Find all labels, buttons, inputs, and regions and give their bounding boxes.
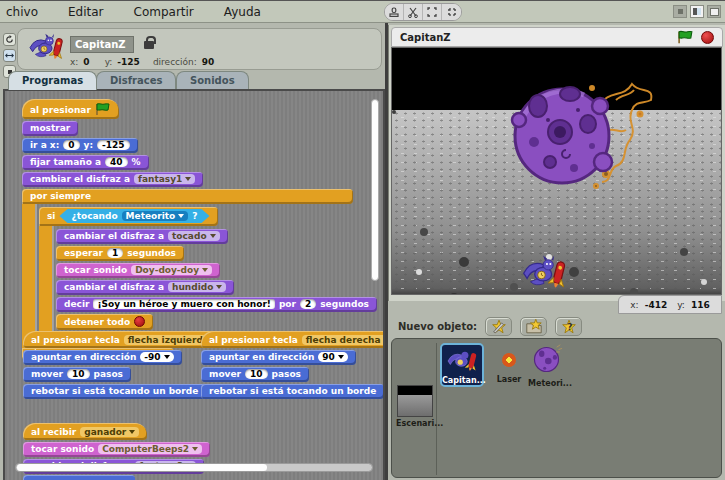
block-mover-pasos[interactable]: mover10 pasos [23, 367, 131, 382]
say-text-value[interactable]: ¡Soy un héroe y muero con honor! [93, 299, 275, 309]
new-sprite-label: Nuevo objeto: [398, 321, 477, 332]
menu-item-editar[interactable]: Editar [64, 3, 108, 21]
sound-dropdown[interactable]: ComputerBeeps2 [98, 444, 202, 454]
stamp-icon [388, 6, 400, 18]
tab-disfraces[interactable]: Disfraces [96, 71, 176, 90]
meteorito-sprite[interactable] [504, 70, 659, 200]
block-rebotar-borde[interactable]: rebotar si está tocando un borde [23, 384, 206, 399]
question-star-icon: ? [560, 319, 578, 334]
steps-value[interactable]: 10 [245, 369, 268, 379]
block-tocando-condition[interactable]: ¿tocando Meteorito ? [59, 209, 209, 223]
dropdown-arrow-icon [178, 214, 184, 218]
costume-dropdown[interactable]: hundido [168, 282, 226, 292]
y-value[interactable]: -125 [97, 140, 130, 150]
grow-arrows-icon [426, 6, 438, 18]
horizontal-scrollbar[interactable] [15, 463, 373, 472]
sprite-tile-meteorito[interactable]: Meteori... [528, 343, 568, 388]
block-esperar[interactable]: esperar1 segundos [56, 246, 184, 261]
dropdown-arrow-icon [192, 447, 198, 451]
duplicate-stamp-button[interactable] [385, 3, 404, 21]
delete-scissors-button[interactable] [404, 3, 423, 21]
block-detener-todo[interactable]: detener todo [56, 314, 153, 330]
stop-button[interactable] [701, 31, 714, 44]
sprite-tile-laser[interactable]: Laser [492, 345, 526, 384]
dropdown-arrow-icon [129, 430, 135, 434]
current-sprite-thumbnail [26, 31, 66, 71]
presentation-mode-button[interactable] [707, 5, 721, 18]
stop-all-icon [134, 316, 145, 327]
sprite-tile-capitanz[interactable]: Capitan... [440, 343, 484, 387]
stage-thumbnail-label: Escenari... [396, 419, 434, 428]
choose-sprite-from-file-button[interactable] [520, 317, 547, 336]
touching-dropdown[interactable]: Meteorito [122, 211, 189, 221]
sprite-name-input[interactable] [70, 36, 134, 53]
vertical-scrollbar[interactable] [371, 99, 379, 281]
grow-sprite-button[interactable] [423, 3, 442, 21]
block-al-recibir[interactable]: al recibir ganador [23, 423, 147, 440]
x-value[interactable]: 0 [63, 140, 79, 150]
rotate-style-button[interactable] [3, 33, 16, 46]
sprite-tile-label: Meteori... [528, 379, 568, 388]
view-mode-buttons [673, 5, 721, 18]
block-decir[interactable]: decir ¡Soy un héroe y muero con honor! p… [56, 297, 377, 312]
surprise-sprite-button[interactable]: ? [555, 317, 582, 336]
block-when-flag-clicked[interactable]: al presionar [22, 99, 119, 119]
block-cambiar-disfraz-fantasy1[interactable]: cambiar el disfraz a fantasy1 [22, 172, 203, 187]
stage-thumbnail-tile[interactable]: Escenari... [396, 385, 434, 428]
sprite-info-panel: x:0 y:-125 dirección:90 [17, 28, 382, 70]
broadcast-dropdown[interactable]: ganador [80, 427, 139, 437]
sound-dropdown[interactable]: Doy-doy-doy [131, 265, 212, 275]
scissors-icon [407, 6, 419, 18]
costume-dropdown[interactable]: fantasy1 [134, 174, 195, 184]
say-seconds-value[interactable]: 2 [300, 299, 316, 309]
direction-dropdown[interactable]: 90 [318, 352, 348, 362]
stage-canvas[interactable] [391, 47, 722, 295]
block-al-presionar-tecla-izq[interactable]: al presionar tecla flecha izquierda [23, 331, 230, 348]
sprite-toolbar [384, 3, 462, 21]
menu-item-ayuda[interactable]: Ayuda [220, 3, 265, 21]
tab-sonidos[interactable]: Sonidos [176, 71, 249, 90]
block-ir-a-xy[interactable]: ir a x:0 y:-125 [22, 138, 138, 153]
direction-dropdown[interactable]: -90 [140, 352, 173, 362]
green-flag-button[interactable] [677, 30, 694, 45]
paintbrush-star-icon [490, 319, 508, 334]
steps-value[interactable]: 10 [67, 369, 90, 379]
capitanz-thumbnail [444, 347, 480, 375]
block-cambiar-disfraz-tocado[interactable]: cambiar el disfraz a tocado [56, 229, 228, 244]
block-tocar-sonido-doy[interactable]: tocar sonido Doy-doy-doy [56, 263, 220, 278]
block-si[interactable]: si ¿tocando Meteorito ? cambiar el disfr… [39, 207, 385, 344]
block-tocar-sonido-beeps[interactable]: tocar sonido ComputerBeeps2 [23, 442, 210, 457]
menu-item-compartir[interactable]: Compartir [130, 3, 198, 21]
stage-footer: x:-412 y:116 [388, 301, 725, 315]
wait-value[interactable]: 1 [107, 248, 123, 258]
folder-star-icon [525, 319, 543, 334]
block-fijar-tamano[interactable]: fijar tamaño a40 % [22, 155, 149, 170]
rotate-icon [5, 35, 14, 44]
scrollbar-thumb[interactable] [17, 464, 267, 471]
lock-icon[interactable] [144, 41, 154, 49]
list-divider [436, 343, 437, 475]
paint-new-sprite-button[interactable] [485, 317, 512, 336]
block-apuntar-direccion[interactable]: apuntar en dirección -90 [23, 350, 182, 365]
left-right-style-button[interactable] [3, 49, 16, 62]
block-mostrar[interactable]: mostrar [22, 121, 78, 136]
block-al-presionar-tecla-der[interactable]: al presionar tecla flecha derecha [201, 331, 385, 348]
partially-visible-block[interactable] [23, 475, 135, 480]
block-cambiar-disfraz-hundido[interactable]: cambiar el disfraz a hundido [56, 280, 234, 295]
size-value[interactable]: 40 [105, 157, 128, 167]
small-stage-button[interactable] [673, 5, 687, 18]
scripts-area[interactable]: al presionar mostrar ir a x:0 y:-125 fij… [3, 89, 385, 480]
capitanz-sprite[interactable] [518, 253, 570, 295]
menu-item-archivo[interactable]: chivo [2, 3, 42, 21]
menubar: chivo Editar Compartir Ayuda [0, 1, 725, 23]
block-mover-pasos[interactable]: mover10 pasos [201, 367, 309, 382]
stage-header: CapitanZ [391, 27, 723, 47]
shrink-sprite-button[interactable] [442, 3, 461, 21]
tab-programas[interactable]: Programas [8, 71, 97, 90]
script-right-arrow: al presionar tecla flecha derecha apunta… [201, 331, 385, 401]
block-rebotar-borde[interactable]: rebotar si está tocando un borde [201, 384, 384, 399]
key-dropdown[interactable]: flecha derecha [302, 335, 385, 345]
costume-dropdown[interactable]: tocado [168, 231, 220, 241]
normal-stage-button[interactable] [690, 5, 704, 18]
block-apuntar-direccion[interactable]: apuntar en dirección 90 [201, 350, 356, 365]
